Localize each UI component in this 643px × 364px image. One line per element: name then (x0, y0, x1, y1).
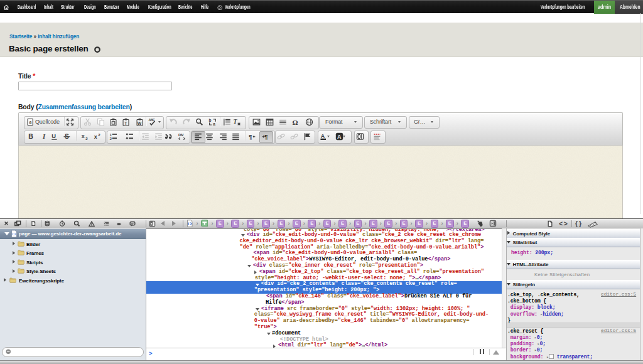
svg-text:x: x (82, 133, 85, 139)
svg-text:A: A (321, 133, 325, 139)
svg-text:2: 2 (110, 137, 112, 141)
svg-text:T: T (233, 118, 237, 125)
svg-text:¶: ¶ (249, 133, 252, 140)
svg-text:T: T (124, 121, 127, 126)
svg-text:U: U (51, 133, 56, 139)
svg-text:I: I (42, 133, 46, 140)
svg-text:2: 2 (85, 136, 88, 141)
svg-text:¶: ¶ (264, 133, 268, 140)
svg-text:1: 1 (110, 133, 112, 137)
svg-text:B: B (28, 132, 33, 140)
svg-text:2: 2 (98, 132, 100, 137)
svg-text:a: a (29, 119, 31, 125)
svg-text:a: a (213, 122, 215, 126)
svg-text:b: b (208, 118, 211, 122)
svg-text:W: W (138, 121, 142, 126)
svg-text:A: A (337, 134, 342, 140)
svg-text:Ω: Ω (292, 119, 298, 126)
svg-text:DIV: DIV (178, 133, 184, 137)
svg-text:x: x (94, 134, 97, 140)
